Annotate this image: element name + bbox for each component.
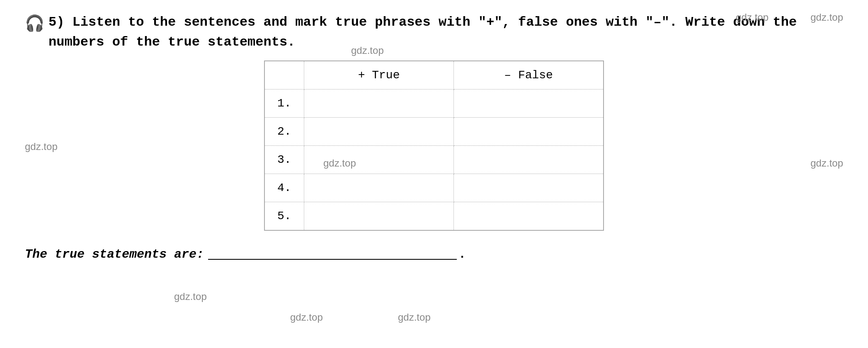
table-header-row: + True – False	[264, 61, 604, 89]
row1-true	[304, 89, 453, 118]
row2-num: 2.	[264, 118, 304, 146]
watermark-right2: gdz.top	[810, 12, 843, 23]
footer-section: The true statements are: .	[25, 247, 843, 261]
watermark-right-mid: gdz.top	[810, 157, 843, 169]
headphone-icon: 🎧	[25, 13, 44, 35]
header-num	[264, 61, 304, 89]
watermark-right1: gdz.top	[736, 12, 769, 23]
watermark-footer2: gdz.top	[290, 312, 323, 323]
instruction-body: Listen to the sentences and mark true ph…	[48, 15, 797, 50]
watermark-center-mid: gdz.top	[323, 157, 356, 169]
watermark-footer1: gdz.top	[174, 291, 207, 302]
watermark-top-center: gdz.top	[351, 45, 384, 56]
row3-false	[454, 146, 604, 174]
footer-dot: .	[458, 247, 466, 261]
watermark-left-mid: gdz.top	[25, 141, 58, 152]
exercise-table: + True – False 1. 2. 3.	[264, 60, 604, 231]
table-row: 3.	[264, 146, 604, 174]
table-section: + True – False 1. 2. 3.	[25, 60, 843, 231]
footer-label: The true statements are:	[25, 247, 204, 261]
watermark-footer3: gdz.top	[398, 312, 431, 323]
row2-false	[454, 118, 604, 146]
table-row: 4.	[264, 174, 604, 202]
row1-false	[454, 89, 604, 118]
row3-num: 3.	[264, 146, 304, 174]
table-row: 1.	[264, 89, 604, 118]
footer-answer-line	[208, 259, 457, 260]
row4-false	[454, 174, 604, 202]
row5-num: 5.	[264, 202, 304, 231]
header-false: – False	[454, 61, 604, 89]
table-row: 2.	[264, 118, 604, 146]
task-number: 5)	[48, 15, 64, 30]
row5-true	[304, 202, 453, 231]
table-row: 5.	[264, 202, 604, 231]
row4-num: 4.	[264, 174, 304, 202]
row4-true	[304, 174, 453, 202]
row1-num: 1.	[264, 89, 304, 118]
row5-false	[454, 202, 604, 231]
page-container: gdz.top gdz.top gdz.top gdz.top gdz.top …	[0, 0, 868, 348]
row2-true	[304, 118, 453, 146]
header-true: + True	[304, 61, 453, 89]
instruction-block: 🎧 5) Listen to the sentences and mark tr…	[25, 12, 843, 52]
instruction-text: 5) Listen to the sentences and mark true…	[48, 12, 843, 52]
